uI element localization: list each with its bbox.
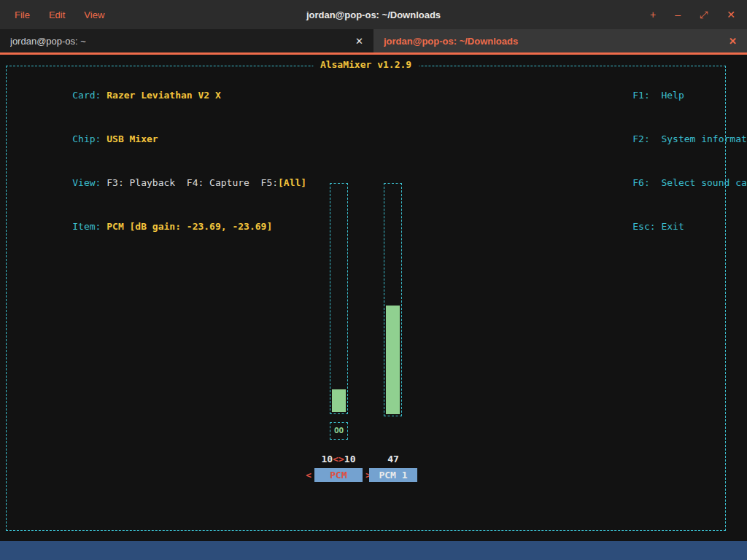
help-row-esc: Esc:Exit [576,205,747,249]
tab-label: jordan@pop-os: ~ [10,36,348,47]
item-value: PCM [dB gain: -23.69, -23.69] [107,221,272,232]
minimize-button[interactable]: – [675,9,681,20]
pcm1-volume-bar[interactable] [384,183,402,416]
card-row: Card:Razer Leviathan V2 X [15,74,306,117]
help-desc-esc: Exit [661,221,684,232]
pcm-value-separator: <> [333,454,344,464]
menu-file[interactable]: File [15,9,30,20]
help-desc-f1: Help [661,90,684,101]
help-key-f1: F1: [632,88,661,103]
mixer-help: F1:Help F2:System information F6:Select … [576,74,747,249]
tab-close-icon[interactable]: ✕ [355,36,363,47]
chip-row: Chip:USB Mixer [15,117,306,161]
terminal[interactable]: AlsaMixer v1.2.9 Card:Razer Leviathan V2… [0,55,747,560]
menu-edit[interactable]: Edit [49,9,65,20]
mixer-info: Card:Razer Leviathan V2 X Chip:USB Mixer… [15,74,306,249]
view-modes: F3: Playback F4: Capture F5: [107,177,278,188]
card-label: Card: [72,88,107,103]
pcm1-label[interactable]: PCM 1 [369,468,417,482]
pcm-volume-fill [332,389,346,413]
menu-view[interactable]: View [84,9,104,20]
card-value: Razer Leviathan V2 X [107,90,221,101]
help-row-f1: F1:Help [576,74,747,117]
alsamixer-title: AlsaMixer v1.2.9 [313,59,419,70]
pcm-mute-indicator[interactable]: OO [330,422,348,440]
window-titlebar: File Edit View jordan@pop-os: ~/Download… [0,0,747,29]
tab-terminal-home[interactable]: jordan@pop-os: ~ ✕ [0,29,374,52]
chip-label: Chip: [72,132,107,147]
help-desc-f2: System information [661,133,747,144]
view-label: View: [72,176,107,190]
tab-label: jordan@pop-os: ~/Downloads [384,36,721,47]
help-key-f6: F6: [632,176,661,190]
help-row-f6: F6:Select sound card [576,161,747,205]
help-desc-f6: Select sound card [661,177,747,188]
tab-terminal-downloads[interactable]: jordan@pop-os: ~/Downloads ✕ [374,29,747,52]
window-controls: + – ⤢ ✕ [650,9,735,20]
chip-value: USB Mixer [107,133,158,144]
pcm1-label-row: PCM 1 [349,468,437,482]
item-label: Item: [72,219,107,234]
close-button[interactable]: ✕ [727,9,735,20]
view-current: [All] [278,177,306,188]
tab-bar: jordan@pop-os: ~ ✕ jordan@pop-os: ~/Down… [0,29,747,55]
maximize-button[interactable]: ⤢ [700,9,708,20]
select-left-arrow: < [306,470,311,481]
pcm1-value: 47 [387,454,399,464]
menubar: File Edit View [0,9,104,20]
pcm-volume-bar[interactable] [330,183,348,414]
bottom-strip [0,541,747,560]
pcm1-volume-value: 47 [349,454,437,464]
view-row: View:F3: Playback F4: Capture F5:[All] [15,161,306,205]
item-row: Item:PCM [dB gain: -23.69, -23.69] [15,205,306,249]
help-key-f2: F2: [632,132,661,147]
screen: File Edit View jordan@pop-os: ~/Download… [0,0,747,560]
new-tab-button[interactable]: + [650,9,656,20]
pcm-left-value: 10 [322,454,333,464]
help-key-esc: Esc: [632,219,661,234]
alsamixer-frame: AlsaMixer v1.2.9 Card:Razer Leviathan V2… [6,66,726,531]
window-title: jordan@pop-os: ~/Downloads [146,9,601,20]
help-row-f2: F2:System information [576,117,747,161]
tab-close-icon[interactable]: ✕ [729,36,737,47]
pcm1-volume-fill [386,306,400,414]
